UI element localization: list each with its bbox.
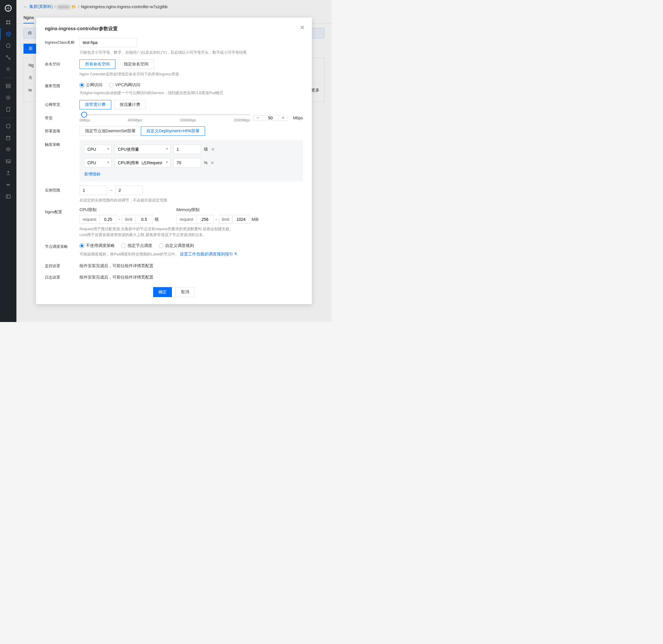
nav-diamond-icon[interactable] [0, 63, 17, 75]
scope-public[interactable]: 公网访问 [79, 83, 102, 88]
nav-disc-icon[interactable] [0, 92, 17, 104]
trigger-type-select[interactable]: CPU利用率（占Request） [115, 158, 170, 167]
main-area: ← 集群(莫斯科) / xxxxxx 📁 / NginxIngress:ngin… [17, 0, 332, 322]
trigger-row: CPU CPU使用量 核 ✕ [84, 144, 298, 154]
bw-value-input[interactable] [262, 115, 279, 120]
ns-opt-all[interactable]: 所有命名空间 [79, 60, 115, 69]
trigger-value-input[interactable] [174, 144, 201, 154]
cpu-limit-input[interactable] [136, 215, 153, 224]
nav-calendar-icon[interactable] [0, 132, 17, 144]
mem-request-input[interactable] [197, 215, 213, 224]
sched-doc-link[interactable]: 设置工作负载的调度规则指引 [180, 252, 233, 256]
sched-node[interactable]: 指定节点调度 [121, 243, 152, 248]
modal-overlay: nginx-ingress-controller参数设置 ✕ IngressCl… [17, 0, 332, 322]
radio-icon [109, 83, 114, 87]
label-bwtype: 公网带宽 [45, 100, 79, 107]
nav-nodes-icon[interactable] [0, 52, 17, 63]
ns-opt-specific[interactable]: 指定命名空间 [118, 60, 154, 69]
nav-hex-icon[interactable] [0, 40, 17, 52]
svg-point-7 [9, 58, 10, 60]
mem-title: Memory限制 [176, 207, 258, 213]
radio-icon [159, 244, 163, 248]
mem-unit: MiB [252, 217, 259, 222]
cpu-request-input[interactable] [100, 215, 117, 224]
bw-opt-bandwidth[interactable]: 按带宽计费 [79, 100, 111, 109]
svg-rect-16 [6, 195, 10, 198]
left-sidebar [0, 0, 17, 322]
trigger-value-input[interactable] [174, 158, 201, 167]
logo-icon[interactable] [0, 0, 17, 17]
bw-stepper: − + [253, 115, 288, 121]
bw-opt-traffic[interactable]: 按流量计费 [114, 100, 146, 109]
add-metric-link[interactable]: 新增指标 [84, 171, 100, 176]
close-icon[interactable]: ✕ [300, 24, 305, 31]
nav-cube-icon[interactable] [0, 28, 17, 40]
label-deploy: 部署选项 [45, 127, 79, 134]
hint-scope: 为Nginx-Ingress自动创建一个可公网访问的Service，强烈建议您采… [79, 90, 303, 96]
label-sched: 节点调度策略 [45, 242, 79, 249]
hint-nginx1: Request用于预分配资源,当集群中的节点没有request所要求的资源数量时… [79, 226, 303, 232]
radio-icon [79, 83, 84, 87]
radio-icon [79, 244, 84, 248]
label-namespace: 命名空间 [45, 60, 79, 67]
bw-slider[interactable] [79, 114, 250, 115]
deploy-ds[interactable]: 指定节点池DaemonSet部署 [79, 127, 141, 136]
trigger-unit: 核 [204, 147, 208, 152]
trigger-type-select[interactable]: CPU使用量 [115, 144, 170, 154]
svg-rect-1 [6, 20, 8, 22]
modal-title: nginx-ingress-controller参数设置 [45, 26, 303, 32]
label-trigger: 触发策略 [45, 140, 79, 147]
mem-limit-input[interactable] [233, 215, 250, 224]
svg-rect-9 [6, 84, 10, 86]
bw-unit: Mbps [293, 116, 303, 120]
nav-page-icon[interactable] [0, 104, 17, 115]
nav-layers-icon[interactable] [0, 144, 17, 156]
nav-image-icon[interactable] [0, 156, 17, 167]
remove-icon[interactable]: ✕ [211, 147, 215, 152]
svg-marker-5 [6, 44, 10, 48]
slider-thumb-icon[interactable] [81, 112, 87, 118]
nav-panel-icon[interactable] [0, 191, 17, 202]
svg-rect-13 [7, 107, 10, 111]
nav-upload-icon[interactable] [0, 167, 17, 179]
cancel-button[interactable]: 取消 [176, 287, 195, 297]
nav-box-icon[interactable] [0, 120, 17, 132]
plus-button[interactable]: + [279, 115, 288, 120]
svg-point-11 [6, 96, 10, 99]
hint-range: 在设定的实例范围内自动调节，不会超出该设定范围 [79, 198, 303, 203]
minus-button[interactable]: − [253, 115, 262, 120]
nav-infinity-icon[interactable] [0, 179, 17, 191]
modal: nginx-ingress-controller参数设置 ✕ IngressCl… [36, 18, 312, 304]
radio-icon [121, 244, 126, 248]
svg-rect-4 [9, 23, 10, 24]
nav-servers-icon[interactable] [0, 80, 17, 92]
cpu-title: CPU限制 [79, 207, 159, 213]
trigger-metric-select[interactable]: CPU [84, 144, 112, 154]
label-log: 日志设置 [45, 273, 79, 280]
svg-rect-14 [6, 136, 10, 140]
hint-namespace: Nginx Controller监听处理指定命名空间下的所有Ingress资源 [79, 71, 303, 77]
monitor-text: 组件安装完成后，可前往组件详情页配置 [79, 263, 154, 268]
hint-ingressclass: 只能包含小写字母、数字、分隔符('-')以及反斜杠('\\')，且必须以小写字母… [79, 50, 303, 55]
scope-vpc[interactable]: VPC内网访问 [109, 83, 140, 88]
nav-grid-icon[interactable] [0, 17, 17, 28]
label-nginx: Nginx配置 [45, 207, 79, 215]
svg-rect-3 [6, 23, 8, 24]
input-ingressclass[interactable] [79, 38, 137, 47]
sched-custom[interactable]: 自定义调度规则 [159, 243, 194, 248]
trigger-box: CPU CPU使用量 核 ✕ CPU CPU利用率（占Request） % [79, 140, 303, 182]
external-link-icon: ⇱ [234, 251, 237, 257]
svg-rect-8 [7, 68, 10, 71]
trigger-unit: % [204, 160, 207, 165]
svg-point-6 [6, 55, 8, 57]
hint-sched: 可根据调度规则，将Pod调度到符合预期的Label的节点中。 设置工作负载的调度… [79, 251, 303, 257]
sched-none[interactable]: 不使用调度策略 [79, 243, 115, 248]
range-min-input[interactable] [79, 186, 107, 195]
remove-icon[interactable]: ✕ [210, 160, 214, 166]
ok-button[interactable]: 确定 [153, 287, 172, 297]
deploy-hpa[interactable]: 自定义Deployment+HPA部署 [141, 127, 205, 136]
range-max-input[interactable] [115, 186, 143, 195]
trigger-row: CPU CPU利用率（占Request） % ✕ [84, 158, 298, 167]
label-ingressclass: IngressClass名称 [45, 38, 79, 45]
trigger-metric-select[interactable]: CPU [84, 158, 112, 167]
